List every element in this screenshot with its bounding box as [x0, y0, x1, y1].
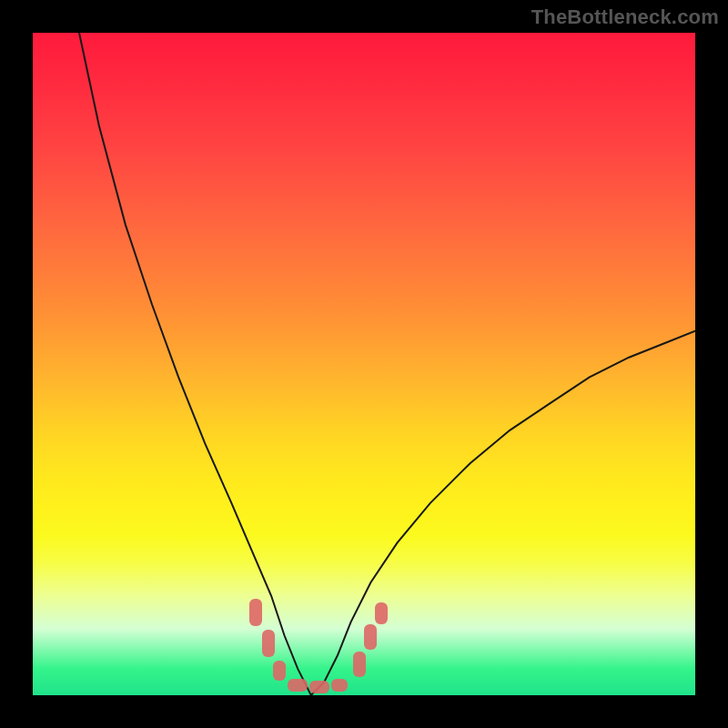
curve-marker — [364, 624, 377, 650]
curve-marker — [249, 599, 262, 626]
curve-marker — [375, 602, 388, 624]
curve-marker — [353, 652, 366, 677]
curve-marker — [262, 630, 275, 657]
curve-marker — [273, 661, 286, 681]
chart-frame: TheBottleneck.com — [0, 0, 728, 728]
curve-marker — [288, 679, 308, 692]
curve-marker — [309, 681, 329, 693]
curve-path — [79, 33, 695, 695]
plot-area — [33, 33, 695, 695]
curve-marker — [331, 679, 348, 692]
bottleneck-curve — [33, 33, 695, 695]
watermark-text: TheBottleneck.com — [531, 5, 719, 29]
